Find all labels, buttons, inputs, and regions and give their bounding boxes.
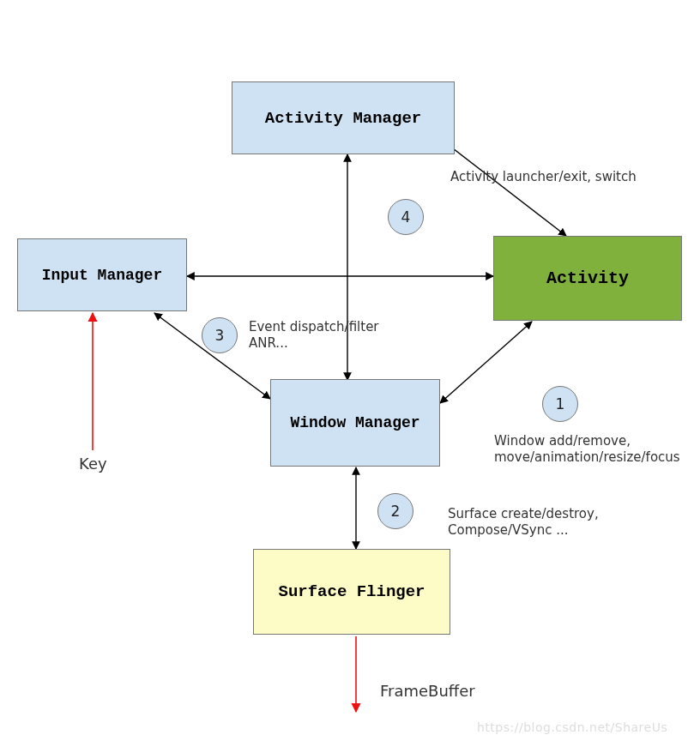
step-1-circle: 1: [542, 386, 578, 422]
activity-manager-box: Activity Manager: [232, 81, 455, 154]
watermark: https://blog.csdn.net/ShareUs: [477, 720, 667, 734]
window-manager-box: Window Manager: [270, 379, 440, 467]
label-framebuffer: FrameBuffer: [380, 682, 475, 700]
step-3-circle: 3: [202, 317, 238, 353]
step-4-circle: 4: [388, 199, 424, 235]
arrow-activity-window-manager: [440, 322, 532, 403]
label-activity-launcher: Activity launcher/exit, switch: [450, 169, 637, 185]
step-2-circle: 2: [377, 493, 413, 529]
label-event-dispatch: Event dispatch/filter ANR...: [249, 319, 379, 352]
label-surface-ops: Surface create/destroy, Compose/VSync ..…: [448, 506, 599, 539]
label-window-ops: Window add/remove, move/animation/resize…: [494, 433, 680, 466]
activity-box: Activity: [493, 236, 682, 321]
input-manager-box: Input Manager: [17, 238, 187, 311]
surface-flinger-box: Surface Flinger: [253, 549, 450, 635]
label-key: Key: [79, 455, 107, 473]
